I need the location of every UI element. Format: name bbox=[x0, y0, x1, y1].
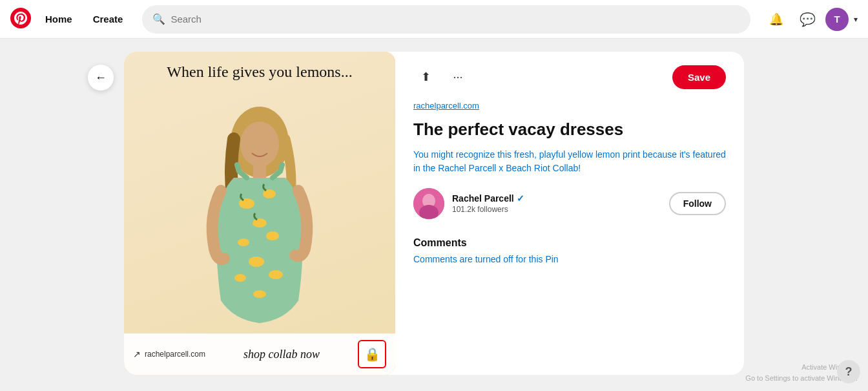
author-followers: 101.2k followers bbox=[452, 205, 661, 214]
messages-icon: 💬 bbox=[800, 12, 816, 27]
pin-title: The perfect vacay dresses bbox=[413, 119, 726, 140]
pin-source-link-bottom: ↗ rachelparcell.com bbox=[133, 349, 205, 359]
source-link-container: rachelparcell.com bbox=[413, 100, 726, 111]
svg-point-3 bbox=[240, 122, 279, 167]
more-options-button[interactable]: ··· bbox=[446, 65, 470, 89]
messages-button[interactable]: 💬 bbox=[794, 6, 820, 32]
notification-icon: 🔔 bbox=[769, 12, 783, 26]
nav-icons: 🔔 💬 T ▾ bbox=[763, 6, 858, 32]
svg-point-5 bbox=[239, 198, 254, 209]
dropdown-icon[interactable]: ▾ bbox=[854, 15, 858, 24]
help-button[interactable]: ? bbox=[837, 360, 860, 383]
author-name: Rachel Parcell bbox=[452, 193, 514, 204]
pin-info-side: ⬆ ··· Save rachelparcell.com The perfect… bbox=[395, 52, 744, 375]
svg-point-8 bbox=[238, 238, 249, 246]
pin-image-background: When life gives you lemons... bbox=[124, 52, 395, 375]
pin-description: You might recognize this fresh, playful … bbox=[413, 148, 726, 175]
user-avatar[interactable]: T bbox=[825, 8, 849, 31]
back-button[interactable]: ← bbox=[88, 65, 114, 90]
svg-point-7 bbox=[253, 218, 267, 227]
pin-image-side: When life gives you lemons... bbox=[124, 52, 395, 375]
pinterest-logo[interactable] bbox=[10, 8, 31, 31]
svg-point-10 bbox=[249, 257, 264, 267]
share-icon: ⬆ bbox=[421, 70, 431, 84]
comments-off: Comments are turned off for this Pin bbox=[413, 254, 726, 264]
author-name-row: Rachel Parcell ✓ bbox=[452, 193, 661, 204]
source-url-bottom: rachelparcell.com bbox=[145, 350, 205, 359]
verified-badge: ✓ bbox=[517, 193, 524, 204]
comments-section: Comments Comments are turned off for thi… bbox=[413, 237, 726, 264]
pin-card: When life gives you lemons... bbox=[124, 52, 744, 375]
navbar: Home Create 🔍 🔔 💬 T ▾ bbox=[0, 0, 868, 39]
follow-button[interactable]: Follow bbox=[669, 192, 726, 215]
lock-box[interactable]: 🔒 bbox=[358, 340, 386, 368]
lock-icon: 🔒 bbox=[364, 346, 380, 362]
search-icon: 🔍 bbox=[152, 13, 165, 25]
nav-create[interactable]: Create bbox=[87, 10, 130, 28]
pin-image-caption: When life gives you lemons... bbox=[124, 63, 395, 81]
author-avatar-svg bbox=[413, 188, 444, 219]
svg-point-12 bbox=[269, 270, 283, 279]
pin-bottom-overlay: ↗ rachelparcell.com shop collab now 🔒 bbox=[124, 333, 395, 375]
save-button[interactable]: Save bbox=[672, 65, 726, 89]
author-avatar[interactable] bbox=[413, 188, 444, 219]
search-bar: 🔍 bbox=[142, 5, 750, 34]
back-icon: ← bbox=[95, 71, 107, 85]
svg-point-11 bbox=[234, 274, 246, 282]
author-avatar-inner bbox=[413, 188, 444, 219]
author-info: Rachel Parcell ✓ 101.2k followers bbox=[452, 193, 661, 214]
source-link[interactable]: rachelparcell.com bbox=[413, 101, 479, 111]
svg-point-0 bbox=[10, 8, 31, 28]
pin-wrapper: ← When life gives you lemons... bbox=[124, 52, 744, 375]
nav-home[interactable]: Home bbox=[39, 10, 79, 28]
share-button[interactable]: ⬆ bbox=[413, 65, 438, 89]
comments-title: Comments bbox=[413, 237, 726, 249]
more-icon: ··· bbox=[453, 70, 462, 84]
pin-image-svg bbox=[169, 87, 350, 359]
shop-text: shop collab now bbox=[243, 348, 320, 361]
author-row: Rachel Parcell ✓ 101.2k followers Follow bbox=[413, 188, 726, 219]
search-input[interactable] bbox=[170, 14, 740, 25]
external-link-icon: ↗ bbox=[133, 349, 141, 359]
notification-button[interactable]: 🔔 bbox=[763, 6, 789, 32]
svg-point-9 bbox=[266, 231, 279, 240]
svg-point-13 bbox=[253, 290, 266, 298]
pin-action-left: ⬆ ··· bbox=[413, 65, 470, 89]
pin-action-bar: ⬆ ··· Save bbox=[413, 65, 726, 89]
main-content: ← When life gives you lemons... bbox=[0, 39, 868, 391]
